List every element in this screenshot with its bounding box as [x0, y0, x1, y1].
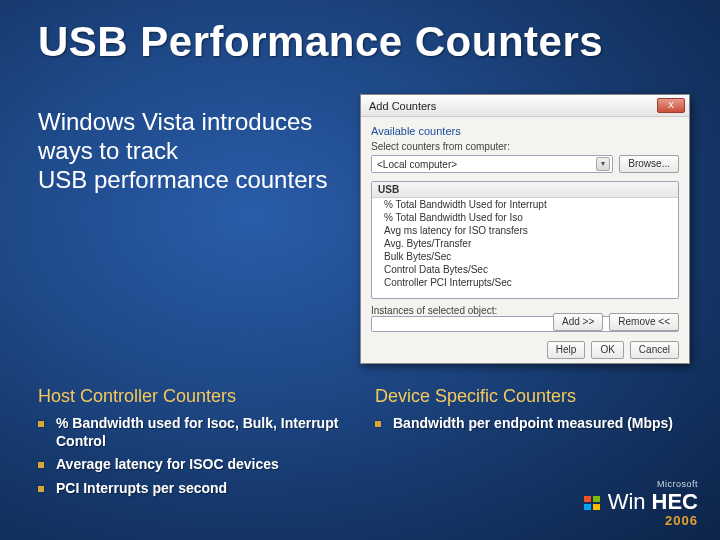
- list-item[interactable]: Control Data Bytes/Sec: [372, 263, 678, 276]
- help-button[interactable]: Help: [547, 341, 586, 359]
- list-item: PCI Interrupts per second: [38, 480, 345, 498]
- close-button[interactable]: X: [657, 98, 685, 113]
- list-item: Average latency for ISOC devices: [38, 456, 345, 474]
- brand-block: Microsoft WinHEC 2006: [584, 479, 698, 528]
- list-item: % Bandwidth used for Isoc, Bulk, Interru…: [38, 415, 345, 450]
- slide-title: USB Performance Counters: [0, 0, 720, 66]
- dialog-title: Add Counters: [369, 100, 436, 112]
- chevron-down-icon: ▾: [596, 157, 610, 171]
- computer-combo-value: <Local computer>: [377, 159, 457, 170]
- list-item[interactable]: % Total Bandwidth Used for Interrupt: [372, 198, 678, 211]
- brand-year: 2006: [584, 513, 698, 528]
- dialog-titlebar: Add Counters X: [361, 95, 689, 117]
- counters-listbox[interactable]: USB % Total Bandwidth Used for Interrupt…: [371, 181, 679, 299]
- host-counters-heading: Host Controller Counters: [38, 386, 345, 407]
- device-counters-heading: Device Specific Counters: [375, 386, 682, 407]
- brand-hec: HEC: [652, 489, 698, 515]
- remove-button[interactable]: Remove <<: [609, 313, 679, 331]
- list-item[interactable]: Bulk Bytes/Sec: [372, 250, 678, 263]
- add-button[interactable]: Add >>: [553, 313, 603, 331]
- browse-button[interactable]: Browse...: [619, 155, 679, 173]
- list-item[interactable]: % Total Bandwidth Used for Iso: [372, 211, 678, 224]
- add-counters-dialog: Add Counters X Available counters Select…: [360, 94, 690, 364]
- counter-category: USB: [372, 182, 678, 198]
- windows-flag-icon: [584, 496, 600, 510]
- cancel-button[interactable]: Cancel: [630, 341, 679, 359]
- intro-text: Windows Vista introduces ways to track U…: [38, 108, 338, 194]
- list-item[interactable]: Controller PCI Interrupts/Sec: [372, 276, 678, 289]
- list-item[interactable]: Avg. Bytes/Transfer: [372, 237, 678, 250]
- select-computer-label: Select counters from computer:: [371, 141, 679, 152]
- ok-button[interactable]: OK: [591, 341, 623, 359]
- computer-combo[interactable]: <Local computer> ▾: [371, 155, 613, 173]
- brand-win: Win: [608, 489, 646, 515]
- host-counters-list: % Bandwidth used for Isoc, Bulk, Interru…: [38, 415, 345, 497]
- device-counters-list: Bandwidth per endpoint measured (Mbps): [375, 415, 682, 433]
- host-controller-column: Host Controller Counters % Bandwidth use…: [38, 386, 345, 503]
- list-item: Bandwidth per endpoint measured (Mbps): [375, 415, 682, 433]
- available-counters-label: Available counters: [371, 125, 679, 137]
- brand-microsoft: Microsoft: [584, 479, 698, 489]
- list-item[interactable]: Avg ms latency for ISO transfers: [372, 224, 678, 237]
